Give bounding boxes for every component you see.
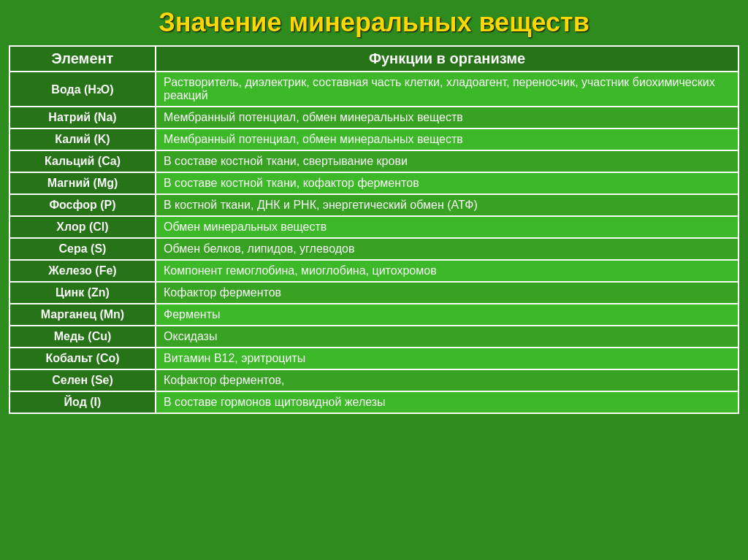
element-cell: Медь (Cu) [9, 326, 156, 348]
element-cell: Натрий (Na) [9, 107, 156, 129]
col-header-element: Элемент [9, 46, 156, 72]
function-cell: Кофактор ферментов, [156, 369, 739, 391]
element-cell: Селен (Se) [9, 369, 156, 391]
table-row: Железо (Fe)Компонент гемоглобина, миогло… [9, 260, 739, 282]
table-row: Марганец (Mn)Ферменты [9, 304, 739, 326]
function-cell: Компонент гемоглобина, миоглобина, цитох… [156, 260, 739, 282]
element-cell: Калий (K) [9, 129, 156, 150]
function-cell: Растворитель, диэлектрик, составная част… [156, 72, 739, 107]
col-header-function: Функции в организме [156, 46, 739, 72]
function-cell: В составе костной ткани, свертывание кро… [156, 150, 739, 172]
table-row: Кальций (Ca)В составе костной ткани, све… [9, 150, 739, 172]
element-cell: Кальций (Ca) [9, 150, 156, 172]
element-cell: Хлор (Cl) [9, 216, 156, 238]
function-cell: Обмен белков, липидов, углеводов [156, 238, 739, 260]
table-row: Медь (Cu)Оксидазы [9, 326, 739, 348]
table-row: Натрий (Na)Мембранный потенциал, обмен м… [9, 107, 739, 129]
element-cell: Железо (Fe) [9, 260, 156, 282]
table-row: Селен (Se)Кофактор ферментов, [9, 369, 739, 391]
page-title: Значение минеральных веществ [159, 7, 589, 38]
table-row: Кобальт (Co)Витамин В12, эритроциты [9, 348, 739, 369]
element-cell: Йод (I) [9, 391, 156, 413]
function-cell: Мембранный потенциал, обмен минеральных … [156, 107, 739, 129]
function-cell: В составе гормонов щитовидной железы [156, 391, 739, 413]
table-row: Хлор (Cl)Обмен минеральных веществ [9, 216, 739, 238]
element-cell: Фосфор (P) [9, 194, 156, 216]
element-cell: Кобальт (Co) [9, 348, 156, 369]
function-cell: Витамин В12, эритроциты [156, 348, 739, 369]
element-cell: Сера (S) [9, 238, 156, 260]
table-row: Йод (I)В составе гормонов щитовидной жел… [9, 391, 739, 413]
table-row: Цинк (Zn)Кофактор ферментов [9, 282, 739, 304]
function-cell: В костной ткани, ДНК и РНК, энергетическ… [156, 194, 739, 216]
table-row: Калий (K)Мембранный потенциал, обмен мин… [9, 129, 739, 150]
table-header-row: Элемент Функции в организме [9, 46, 739, 72]
element-cell: Цинк (Zn) [9, 282, 156, 304]
function-cell: Обмен минеральных веществ [156, 216, 739, 238]
function-cell: Кофактор ферментов [156, 282, 739, 304]
element-cell: Марганец (Mn) [9, 304, 156, 326]
table-row: Вода (H₂O)Растворитель, диэлектрик, сост… [9, 72, 739, 107]
function-cell: Ферменты [156, 304, 739, 326]
minerals-table: Элемент Функции в организме Вода (H₂O)Ра… [9, 45, 739, 414]
table-row: Фосфор (P)В костной ткани, ДНК и РНК, эн… [9, 194, 739, 216]
function-cell: Оксидазы [156, 326, 739, 348]
table-row: Магний (Mg)В составе костной ткани, кофа… [9, 172, 739, 194]
function-cell: Мембранный потенциал, обмен минеральных … [156, 129, 739, 150]
page-wrapper: Значение минеральных веществ Элемент Фун… [0, 0, 748, 560]
table-row: Сера (S)Обмен белков, липидов, углеводов [9, 238, 739, 260]
element-cell: Магний (Mg) [9, 172, 156, 194]
element-cell: Вода (H₂O) [9, 72, 156, 107]
function-cell: В составе костной ткани, кофактор фермен… [156, 172, 739, 194]
